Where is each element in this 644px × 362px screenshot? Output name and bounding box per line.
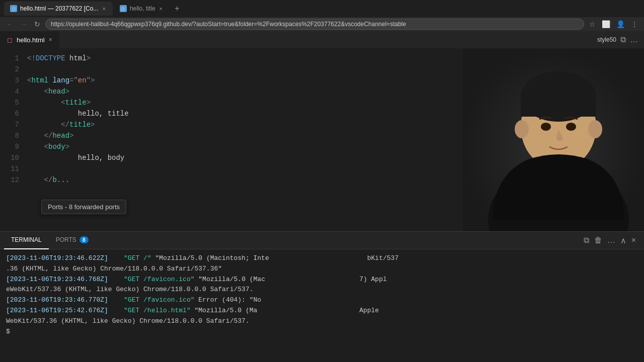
- panel-bottom: TERMINAL PORTS 8 ⧉ 🗑 … ∧ × [2023-11-06T1…: [0, 231, 644, 362]
- svg-point-10: [566, 123, 576, 131]
- terminal-prompt[interactable]: $: [6, 327, 638, 337]
- style50-button[interactable]: style50: [597, 36, 616, 43]
- terminal-line-4: eWebKit/537.36 (KHTML, like Gecko) Chrom…: [6, 285, 638, 295]
- forward-button[interactable]: →: [18, 19, 29, 29]
- split-editor-icon[interactable]: ⧉: [620, 35, 626, 44]
- ports-tab-label: PORTS: [56, 236, 76, 243]
- bookmark-icon[interactable]: ☆: [587, 19, 598, 29]
- back-button[interactable]: ←: [4, 19, 15, 29]
- tab-title-active: hello.html — 20377622 [Co...: [20, 5, 98, 12]
- browser-actions: ☆ ⬜ 👤 ⋮: [587, 19, 640, 29]
- address-bar: ← → ↻ ☆ ⬜ 👤 ⋮: [0, 17, 644, 31]
- terminal-line-5: [2023-11-06T19:23:46.770Z] "GET /favicon…: [6, 295, 638, 306]
- panel-close-icon[interactable]: ×: [631, 236, 636, 245]
- panel-actions: ⧉ 🗑 … ∧ ×: [584, 236, 640, 245]
- new-tab-button[interactable]: +: [171, 2, 184, 15]
- ports-badge: 8: [79, 236, 89, 243]
- svg-point-7: [515, 120, 529, 138]
- editor-header: ◻ hello.html × style50 ⧉ …: [0, 31, 644, 49]
- tab-title-inactive: hello, title: [130, 5, 155, 12]
- person-svg: [463, 49, 644, 231]
- webcam-person: [463, 49, 644, 231]
- editor-main: 1 2 3 4 5 6 7 8 9 10 11 12 <!DOCTYPE htm…: [0, 49, 644, 231]
- tab-bar: ◻ hello.html — 20377622 [Co... × ◻ hello…: [0, 0, 644, 17]
- tab-active[interactable]: ◻ hello.html — 20377622 [Co... ×: [4, 2, 113, 16]
- tab-inactive[interactable]: ◻ hello, title ×: [114, 2, 170, 16]
- panel-tabs: TERMINAL PORTS 8 ⧉ 🗑 … ∧ ×: [0, 232, 644, 249]
- extensions-icon[interactable]: ⬜: [600, 19, 612, 29]
- terminal-line-1: [2023-11-06T19:23:46.622Z] "GET /" "Mozi…: [6, 253, 638, 264]
- browser-chrome: ◻ hello.html — 20377622 [Co... × ◻ hello…: [0, 0, 644, 31]
- editor-tab-label: hello.html: [17, 36, 45, 44]
- tab-ports[interactable]: PORTS 8: [49, 232, 96, 249]
- profile-icon[interactable]: 👤: [614, 19, 627, 29]
- tab-close-active[interactable]: ×: [101, 5, 106, 13]
- svg-rect-6: [521, 97, 596, 117]
- file-icon: ◻: [7, 36, 13, 44]
- terminal-line-3: [2023-11-06T19:23:46.768Z] "GET /favicon…: [6, 275, 638, 285]
- editor-tab[interactable]: ◻ hello.html ×: [0, 31, 60, 49]
- svg-point-9: [541, 123, 551, 131]
- terminal-line-6: [2023-11-06T19:25:42.676Z] "GET /hello.h…: [6, 306, 638, 316]
- editor-container: ◻ hello.html × style50 ⧉ … 1 2 3 4 5 6 7…: [0, 31, 644, 362]
- terminal-tab-label: TERMINAL: [11, 236, 42, 243]
- webcam-overlay: [463, 49, 644, 231]
- tab-terminal[interactable]: TERMINAL: [4, 232, 49, 249]
- address-input[interactable]: [45, 19, 584, 30]
- tab-close-inactive[interactable]: ×: [158, 5, 164, 13]
- reload-button[interactable]: ↻: [32, 19, 42, 29]
- panel-more-icon[interactable]: …: [607, 236, 615, 245]
- terminal-content: [2023-11-06T19:23:46.622Z] "GET /" "Mozi…: [0, 249, 644, 362]
- terminal-line-2: .36 (KHTML, like Gecko) Chrome/118.0.0.0…: [6, 264, 638, 275]
- svg-point-8: [588, 120, 602, 138]
- editor-header-right: style50 ⧉ …: [597, 35, 644, 44]
- ports-tooltip: Ports - 8 forwarded ports: [41, 200, 126, 214]
- editor-more-icon[interactable]: …: [630, 35, 638, 44]
- panel-delete-icon[interactable]: 🗑: [594, 236, 602, 245]
- menu-icon[interactable]: ⋮: [629, 19, 640, 29]
- editor-tab-close[interactable]: ×: [49, 36, 52, 43]
- terminal-line-7: WebKit/537.36 (KHTML, like Gecko) Chrome…: [6, 316, 638, 327]
- line-numbers: 1 2 3 4 5 6 7 8 9 10 11 12: [0, 49, 25, 231]
- panel-collapse-icon[interactable]: ∧: [620, 236, 626, 245]
- tab-favicon-active: ◻: [10, 5, 17, 12]
- tab-favicon-inactive: ◻: [120, 5, 127, 12]
- panel-split-icon[interactable]: ⧉: [584, 236, 589, 245]
